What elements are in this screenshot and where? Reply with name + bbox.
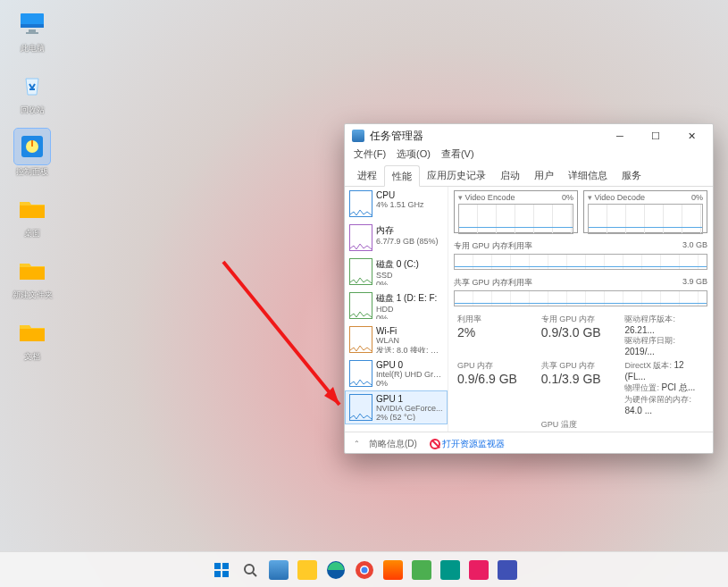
minimize-button[interactable]: ─ bbox=[602, 124, 638, 147]
svg-line-22 bbox=[253, 573, 256, 576]
sidebar-item--[interactable]: 内存6.7/7.9 GB (85%) bbox=[345, 221, 448, 255]
icon-label: 此电脑 bbox=[21, 43, 45, 55]
sidebar-item-sub2: 发送: 8.0 接收: 0 Kb bbox=[376, 345, 443, 353]
app-blue-button[interactable] bbox=[496, 558, 519, 582]
start-button[interactable] bbox=[210, 558, 233, 582]
media-button[interactable] bbox=[381, 558, 405, 582]
stat-label: 为硬件保留的内存: bbox=[624, 395, 691, 404]
sidebar-item-title: 磁盘 1 (D: E: F: bbox=[376, 292, 443, 305]
sidebar-item-sub1: NVIDIA GeForce... bbox=[376, 404, 443, 413]
menubar: 文件(F) 选项(O) 查看(V) bbox=[345, 147, 713, 165]
sidebar-item-sub1: 6.7/7.9 GB (85%) bbox=[376, 237, 443, 246]
sidebar-item-sub1: HDD bbox=[376, 305, 443, 314]
sidebar-item-title: 磁盘 0 (C:) bbox=[376, 258, 443, 271]
sidebar-item--1-d-e-f-[interactable]: 磁盘 1 (D: E: F:HDD0% bbox=[345, 289, 448, 323]
stat-value: 0.1/3.9 GB bbox=[541, 372, 618, 386]
tab-startup[interactable]: 启动 bbox=[493, 165, 527, 186]
dedicated-gpu-mem-graph bbox=[454, 254, 707, 270]
maximize-button[interactable]: ☐ bbox=[638, 124, 674, 147]
mini-graph-icon bbox=[349, 360, 372, 387]
folder-icon bbox=[17, 318, 47, 345]
window-title: 任务管理器 bbox=[370, 129, 602, 144]
task-view-button[interactable] bbox=[267, 558, 290, 582]
graph-label: Video Encode bbox=[465, 193, 515, 202]
close-button[interactable]: ✕ bbox=[674, 124, 709, 147]
graph-pct: 0% bbox=[562, 193, 573, 202]
mini-graph-icon bbox=[349, 394, 372, 421]
graph-pct: 0% bbox=[691, 193, 703, 202]
search-button[interactable] bbox=[238, 558, 262, 582]
section-max: 3.0 GB bbox=[682, 240, 707, 252]
sidebar-item-sub1: WLAN bbox=[376, 336, 443, 345]
performance-sidebar[interactable]: CPU4% 1.51 GHz内存6.7/7.9 GB (85%)磁盘 0 (C:… bbox=[345, 187, 448, 432]
tab-performance[interactable]: 性能 bbox=[384, 165, 420, 187]
mini-graph-icon bbox=[349, 258, 372, 285]
desktop-icon-this-pc[interactable]: 此电脑 bbox=[5, 5, 59, 55]
icon-label: 桌面 bbox=[24, 228, 40, 239]
sidebar-item-sub1: Intel(R) UHD Gra... bbox=[376, 370, 443, 379]
app-pink-button[interactable] bbox=[467, 558, 490, 582]
mini-graph-icon bbox=[349, 224, 372, 251]
sidebar-item-title: CPU bbox=[376, 190, 443, 200]
sidebar-item-gpu-0[interactable]: GPU 0Intel(R) UHD Gra...0% bbox=[345, 356, 448, 390]
open-resource-monitor-link[interactable]: 打开资源监视器 bbox=[442, 439, 505, 449]
icon-label: 文档 bbox=[24, 351, 40, 363]
stat-value: 2019/... bbox=[624, 347, 654, 356]
menu-file[interactable]: 文件(F) bbox=[354, 147, 386, 165]
titlebar[interactable]: 任务管理器 ─ ☐ ✕ bbox=[345, 124, 713, 147]
stat-value: 26.21... bbox=[624, 325, 654, 335]
desktop-icon-folder-2[interactable]: 新建文件夹 bbox=[5, 252, 59, 301]
svg-rect-6 bbox=[31, 140, 33, 147]
svg-rect-8 bbox=[20, 267, 45, 280]
tab-services[interactable]: 服务 bbox=[615, 165, 649, 186]
edge-button[interactable] bbox=[324, 558, 347, 582]
section-max: 3.9 GB bbox=[682, 277, 707, 289]
tabs: 进程 性能 应用历史记录 启动 用户 详细信息 服务 bbox=[345, 165, 713, 187]
sidebar-item-cpu[interactable]: CPU4% 1.51 GHz bbox=[345, 187, 448, 221]
stat-label: DirectX 版本: bbox=[624, 361, 672, 370]
stat-value: 52 °C bbox=[541, 431, 618, 432]
tab-app-history[interactable]: 应用历史记录 bbox=[420, 165, 493, 186]
stat-label: 专用 GPU 内存 bbox=[541, 314, 618, 325]
tab-processes[interactable]: 进程 bbox=[350, 165, 384, 186]
svg-rect-9 bbox=[20, 329, 45, 341]
tab-users[interactable]: 用户 bbox=[527, 165, 561, 186]
stat-value: 0.9/6.9 GB bbox=[457, 372, 534, 386]
sidebar-item-gpu-1[interactable]: GPU 1NVIDIA GeForce...2% (52 °C) bbox=[345, 390, 448, 424]
chrome-button[interactable] bbox=[353, 558, 376, 582]
sidebar-item-wi-fi[interactable]: Wi-FiWLAN发送: 8.0 接收: 0 Kb bbox=[345, 323, 448, 356]
sidebar-item-sub2: 0% bbox=[376, 314, 443, 319]
svg-rect-2 bbox=[29, 29, 36, 32]
desktop-icon-folder-3[interactable]: 文档 bbox=[5, 314, 59, 363]
menu-view[interactable]: 查看(V) bbox=[441, 147, 474, 165]
app-teal-button[interactable] bbox=[439, 558, 462, 582]
task-manager-window: 任务管理器 ─ ☐ ✕ 文件(F) 选项(O) 查看(V) 进程 性能 应用历史… bbox=[344, 123, 714, 454]
explorer-button[interactable] bbox=[296, 558, 319, 582]
mini-graph-icon bbox=[349, 292, 372, 319]
shared-gpu-mem-graph bbox=[454, 290, 707, 306]
gauge-icon bbox=[17, 131, 47, 162]
sidebar-item-title: GPU 0 bbox=[376, 360, 443, 370]
mini-graph-icon bbox=[349, 326, 372, 353]
svg-point-21 bbox=[245, 565, 254, 574]
desktop-icon-recycle-bin[interactable]: 回收站 bbox=[5, 67, 59, 116]
stat-value: 84.0 ... bbox=[624, 406, 652, 415]
collapse-icon[interactable]: ⌃ bbox=[354, 440, 360, 448]
icon-label: 回收站 bbox=[21, 105, 45, 116]
desktop-icon-control-panel[interactable]: 控制面板 bbox=[5, 129, 59, 178]
brief-info-button[interactable]: 简略信息(D) bbox=[369, 438, 417, 450]
folder-icon bbox=[17, 256, 47, 283]
taskbar[interactable] bbox=[0, 551, 728, 587]
sparkline bbox=[458, 204, 573, 234]
menu-options[interactable]: 选项(O) bbox=[397, 147, 431, 165]
sidebar-item--0-c-[interactable]: 磁盘 0 (C:)SSD0% bbox=[345, 255, 448, 289]
mini-graph-icon bbox=[349, 190, 372, 217]
svg-rect-1 bbox=[21, 24, 44, 28]
app-green-button[interactable] bbox=[410, 558, 433, 582]
sidebar-item-sub2: 2% (52 °C) bbox=[376, 413, 443, 421]
stat-label: 共享 GPU 内存 bbox=[541, 360, 618, 372]
svg-rect-18 bbox=[222, 563, 229, 569]
section-label: 共享 GPU 内存利用率 bbox=[454, 277, 532, 289]
tab-details[interactable]: 详细信息 bbox=[561, 165, 615, 186]
desktop-icon-folder-1[interactable]: 桌面 bbox=[5, 190, 59, 239]
